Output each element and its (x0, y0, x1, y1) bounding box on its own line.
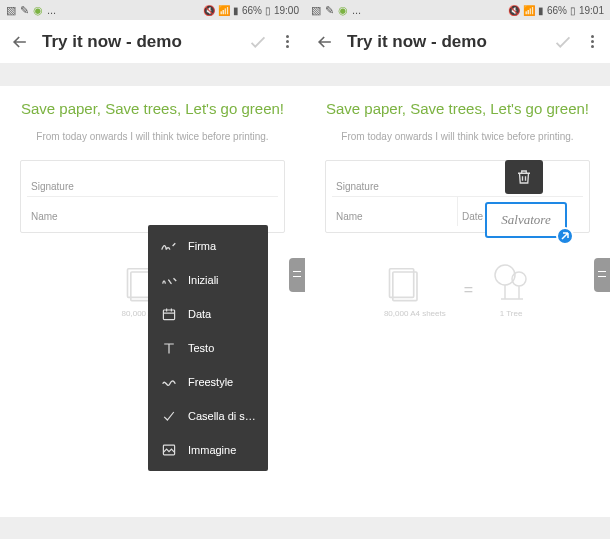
form-box: Signature Name (20, 160, 285, 233)
confirm-icon[interactable] (247, 31, 269, 53)
mute-icon: 🔇 (508, 5, 520, 16)
side-tab[interactable] (594, 258, 610, 292)
clock: 19:00 (274, 5, 299, 16)
gallery-icon: ▧ (311, 4, 321, 17)
overflow-menu-icon[interactable] (584, 35, 600, 48)
spacer (305, 64, 610, 86)
subtext: From today onwards I will think twice be… (325, 131, 590, 142)
checkbox-icon (160, 407, 178, 425)
overflow-menu-icon[interactable] (279, 35, 295, 48)
spacer (0, 64, 305, 86)
menu-label: Firma (188, 240, 216, 252)
resize-handle-icon[interactable] (556, 227, 574, 245)
mute-icon: 🔇 (203, 5, 215, 16)
name-field[interactable]: Name (332, 196, 457, 226)
clock: 19:01 (579, 5, 604, 16)
tree-label: 1 Tree (491, 309, 531, 318)
globe-icon: ◉ (33, 4, 43, 17)
signature-content: Salvatore (501, 212, 550, 228)
battery-percent: 66% (547, 5, 567, 16)
svg-rect-2 (163, 310, 174, 320)
menu-item-immagine[interactable]: Immagine (148, 433, 268, 467)
menu-item-firma[interactable]: Firma (148, 229, 268, 263)
image-icon (160, 441, 178, 459)
bottom-bar (305, 517, 610, 539)
signature-field[interactable]: Signature (27, 167, 278, 196)
tree-icon (491, 261, 531, 305)
wifi-icon: 📶 (218, 5, 230, 16)
signature-icon (160, 237, 178, 255)
app-header: Try it now - demo (0, 20, 305, 64)
illustration: 80,000 A4 sheets = 1 Tree (325, 261, 590, 318)
menu-item-checkbox[interactable]: Casella di s… (148, 399, 268, 433)
menu-item-data[interactable]: Data (148, 297, 268, 331)
gallery-icon: ▧ (6, 4, 16, 17)
sheets-label: 80,000 A4 sheets (384, 309, 446, 318)
menu-item-freestyle[interactable]: Freestyle (148, 365, 268, 399)
headline: Save paper, Save trees, Let's go green! (325, 100, 590, 117)
back-icon[interactable] (315, 32, 335, 52)
page-title: Try it now - demo (42, 32, 247, 52)
headline: Save paper, Save trees, Let's go green! (20, 100, 285, 117)
menu-label: Freestyle (188, 376, 233, 388)
status-bar: ▧ ✎ ◉ ... 🔇 📶 ▮ 66% ▯ 19:01 (305, 0, 610, 20)
edit-icon: ✎ (325, 4, 334, 17)
back-icon[interactable] (10, 32, 30, 52)
battery-percent: 66% (242, 5, 262, 16)
more-status-icon: ... (352, 4, 361, 16)
menu-label: Immagine (188, 444, 236, 456)
name-field[interactable]: Name (27, 196, 278, 226)
app-header: Try it now - demo (305, 20, 610, 64)
confirm-icon[interactable] (552, 31, 574, 53)
signature-field[interactable]: Signature (332, 167, 583, 196)
bottom-bar (0, 517, 305, 539)
menu-label: Casella di s… (188, 410, 256, 422)
status-bar: ▧ ✎ ◉ ... 🔇 📶 ▮ 66% ▯ 19:00 (0, 0, 305, 20)
more-status-icon: ... (47, 4, 56, 16)
battery-icon: ▯ (570, 5, 576, 16)
delete-tooltip[interactable] (505, 160, 543, 194)
battery-icon: ▯ (265, 5, 271, 16)
freestyle-icon (160, 373, 178, 391)
text-icon (160, 339, 178, 357)
menu-label: Testo (188, 342, 214, 354)
trash-icon (515, 168, 533, 186)
wifi-icon: 📶 (523, 5, 535, 16)
screen-right: ▧ ✎ ◉ ... 🔇 📶 ▮ 66% ▯ 19:01 Try it now -… (305, 0, 610, 539)
menu-label: Iniziali (188, 274, 219, 286)
annotation-menu: Firma Iniziali Data Testo Freestyle Case… (148, 225, 268, 471)
screen-left: ▧ ✎ ◉ ... 🔇 📶 ▮ 66% ▯ 19:00 Try it now -… (0, 0, 305, 539)
side-tab[interactable] (289, 258, 305, 292)
globe-icon: ◉ (338, 4, 348, 17)
subtext: From today onwards I will think twice be… (20, 131, 285, 142)
edit-icon: ✎ (20, 4, 29, 17)
paper-stack-icon (384, 261, 428, 305)
page-title: Try it now - demo (347, 32, 552, 52)
menu-item-iniziali[interactable]: Iniziali (148, 263, 268, 297)
initials-icon (160, 271, 178, 289)
signature-annotation[interactable]: Salvatore (485, 202, 567, 238)
menu-item-testo[interactable]: Testo (148, 331, 268, 365)
signal-icon: ▮ (538, 5, 544, 16)
signal-icon: ▮ (233, 5, 239, 16)
menu-label: Data (188, 308, 211, 320)
calendar-icon (160, 305, 178, 323)
equals-sign: = (464, 281, 473, 299)
